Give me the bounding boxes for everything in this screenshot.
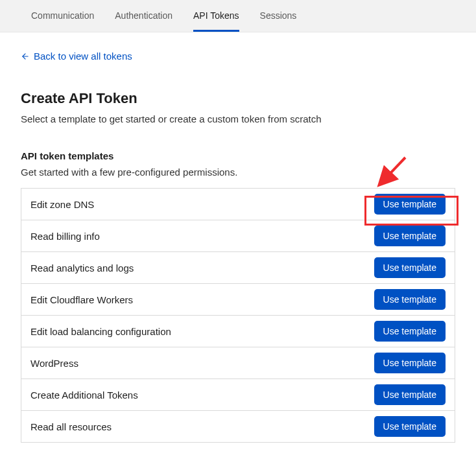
use-template-button[interactable]: Use template [374,353,446,373]
template-row-edit-load-balancing-configuration: Edit load balancing configuration Use te… [21,316,455,347]
content-area: Back to view all tokens Create API Token… [0,32,476,456]
template-name: Read billing info [30,231,100,242]
back-link-label: Back to view all tokens [34,51,132,62]
template-row-edit-cloudflare-workers: Edit Cloudflare Workers Use template [21,284,455,316]
tab-communication[interactable]: Communication [31,0,94,32]
use-template-button[interactable]: Use template [374,321,446,342]
use-template-button[interactable]: Use template [374,194,446,215]
template-name: Edit Cloudflare Workers [30,294,133,305]
page-subtitle: Select a template to get started or crea… [21,113,455,124]
page-title: Create API Token [21,90,455,107]
tab-sessions[interactable]: Sessions [260,0,297,32]
template-name: Read analytics and logs [30,262,134,274]
back-link[interactable]: Back to view all tokens [21,51,132,62]
arrow-left-icon [21,52,30,61]
template-name: Edit zone DNS [30,199,94,210]
template-name: Edit load balancing configuration [30,326,171,337]
section-subtitle: Get started with a few pre-configured pe… [21,167,455,178]
template-name: Create Additional Tokens [30,390,138,401]
template-row-read-all-resources: Read all resources Use template [21,411,455,443]
template-row-wordpress: WordPress Use template [21,347,455,379]
template-row-edit-zone-dns: Edit zone DNS Use template [21,189,455,220]
use-template-button[interactable]: Use template [374,257,446,278]
template-name: Read all resources [30,421,112,432]
template-row-read-billing-info: Read billing info Use template [21,220,455,252]
use-template-button[interactable]: Use template [374,226,446,246]
use-template-button[interactable]: Use template [374,289,446,310]
template-list: Edit zone DNS Use template Read billing … [21,188,455,443]
use-template-button[interactable]: Use template [374,384,446,405]
template-name: WordPress [30,358,78,369]
use-template-button[interactable]: Use template [374,416,446,437]
tab-bar: Communication Authentication API Tokens … [0,0,476,32]
tab-api-tokens[interactable]: API Tokens [193,0,239,32]
section-title: API token templates [21,150,455,161]
tab-authentication[interactable]: Authentication [115,0,173,32]
template-row-read-analytics-and-logs: Read analytics and logs Use template [21,252,455,284]
template-row-create-additional-tokens: Create Additional Tokens Use template [21,379,455,411]
